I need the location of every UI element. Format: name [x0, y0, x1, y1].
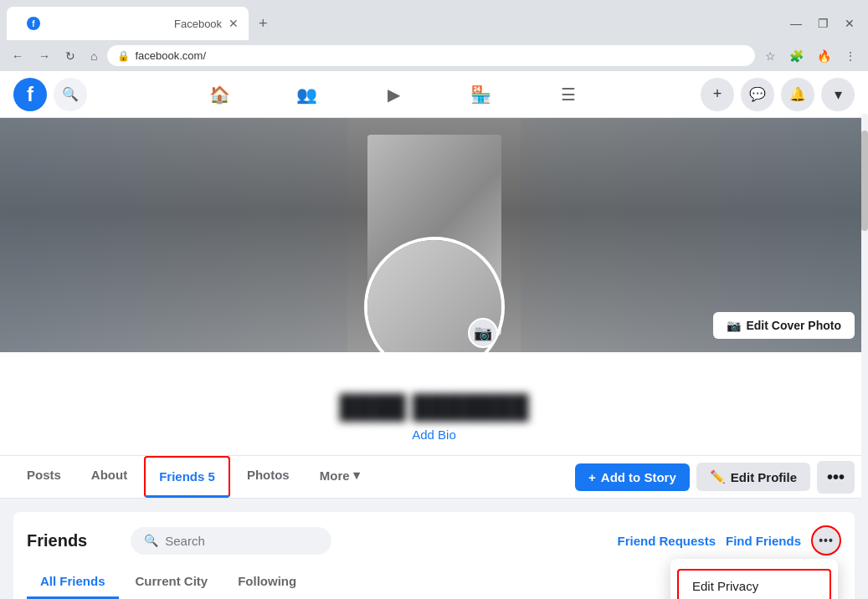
add-to-story-button[interactable]: + Add to Story	[575, 463, 690, 491]
dropdown-icon: ▾	[835, 85, 842, 104]
profile-name: ████ ███████	[0, 394, 868, 421]
friends-nav-button[interactable]: 👥	[265, 74, 349, 115]
tab-close-button[interactable]: ✕	[229, 17, 239, 30]
back-button[interactable]: ←	[7, 46, 28, 66]
friend-requests-button[interactable]: Friend Requests	[617, 534, 716, 548]
reload-button[interactable]: ↻	[60, 46, 80, 66]
browser-menu-button[interactable]: ⋮	[840, 48, 861, 64]
more-chevron-icon: ▾	[353, 468, 360, 483]
profile-nav-posts[interactable]: Posts	[13, 456, 74, 498]
browser-favicon: f	[17, 12, 167, 35]
cover-photo-section: 📷 📷 Edit Cover Photo	[0, 118, 868, 352]
profile-nav-friends[interactable]: Friends 5	[144, 456, 230, 498]
maximize-button[interactable]: ❐	[811, 12, 835, 35]
account-menu-button[interactable]: ▾	[821, 78, 855, 111]
edit-cover-label: Edit Cover Photo	[746, 319, 841, 332]
friends-tab-all[interactable]: All Friends	[27, 566, 119, 599]
marketplace-icon: 🏪	[470, 84, 491, 105]
browser-tab-title: Facebook	[174, 18, 222, 30]
new-tab-button[interactable]: +	[252, 12, 275, 36]
marketplace-nav-button[interactable]: 🏪	[439, 74, 523, 115]
profile-info-section: ████ ███████ Add Bio	[0, 352, 868, 456]
home-button[interactable]: ⌂	[85, 46, 102, 66]
friends-dropdown-popup: Edit Privacy	[670, 559, 838, 599]
friends-icon: 👥	[296, 84, 317, 105]
home-nav-button[interactable]: 🏠	[178, 74, 262, 115]
messenger-icon: 💬	[749, 86, 766, 102]
forward-button[interactable]: →	[33, 46, 55, 66]
profile-nav-about[interactable]: About	[78, 456, 141, 498]
ellipsis-icon: •••	[819, 534, 834, 547]
create-button[interactable]: +	[701, 78, 734, 111]
menu-nav-button[interactable]: ☰	[526, 74, 610, 115]
friends-search-input[interactable]	[165, 534, 318, 548]
profile-nav-more[interactable]: More ▾	[306, 456, 373, 498]
plus-story-icon: +	[588, 470, 596, 484]
friends-tab-current-city[interactable]: Current City	[122, 566, 222, 599]
pencil-icon: ✏️	[710, 469, 726, 484]
bell-icon: 🔔	[789, 86, 806, 102]
edit-cover-photo-button[interactable]: 📷 Edit Cover Photo	[713, 312, 855, 339]
find-friends-button[interactable]: Find Friends	[726, 534, 801, 548]
profile-navigation: Posts About Friends 5 Photos More ▾ + Ad…	[0, 456, 868, 499]
home-icon: 🏠	[209, 84, 230, 105]
address-bar[interactable]: 🔒 facebook.com/	[107, 45, 755, 66]
camera-icon: 📷	[474, 324, 492, 342]
watch-icon: ▶	[388, 84, 400, 105]
edit-profile-label: Edit Profile	[731, 470, 797, 484]
friends-section-title: Friends	[27, 531, 87, 550]
minimize-button[interactable]: —	[784, 12, 808, 35]
friends-search-box[interactable]: 🔍	[131, 527, 331, 555]
avatar-camera-button[interactable]: 📷	[468, 318, 498, 348]
plus-icon: +	[713, 85, 722, 103]
friends-actions: Friend Requests Find Friends •••	[617, 525, 841, 555]
friends-more-button[interactable]: •••	[811, 525, 841, 555]
bookmark-button[interactable]: ☆	[760, 48, 781, 64]
scrollbar-thumb[interactable]	[861, 131, 868, 231]
friends-header: Friends 🔍 Friend Requests Find Friends •…	[27, 525, 841, 555]
menu-icon: ☰	[561, 84, 576, 105]
edit-profile-button[interactable]: ✏️ Edit Profile	[696, 463, 810, 491]
profile-content-area: Friends 🔍 Friend Requests Find Friends •…	[0, 499, 868, 599]
url-text: facebook.com/	[135, 49, 745, 62]
profile-button[interactable]: 🔥	[812, 48, 836, 64]
messenger-button[interactable]: 💬	[741, 78, 774, 111]
search-icon: 🔍	[62, 86, 79, 102]
friends-tab-following[interactable]: Following	[224, 566, 310, 599]
profile-more-button[interactable]: •••	[817, 461, 855, 494]
watch-nav-button[interactable]: ▶	[352, 74, 436, 115]
extensions-button[interactable]: 🧩	[784, 48, 809, 64]
add-to-story-label: Add to Story	[601, 470, 676, 484]
friends-section: Friends 🔍 Friend Requests Find Friends •…	[13, 512, 855, 599]
facebook-logo[interactable]: f	[13, 78, 47, 111]
notifications-button[interactable]: 🔔	[781, 78, 814, 111]
edit-privacy-button[interactable]: Edit Privacy	[677, 569, 831, 599]
camera-edit-icon: 📷	[727, 319, 741, 332]
lock-icon: 🔒	[117, 50, 130, 62]
profile-nav-photos[interactable]: Photos	[234, 456, 303, 498]
scrollbar[interactable]	[861, 114, 868, 599]
friends-search-icon: 🔍	[144, 534, 158, 547]
search-button[interactable]: 🔍	[54, 78, 87, 111]
profile-avatar-wrapper: 📷	[364, 237, 505, 352]
add-bio-button[interactable]: Add Bio	[405, 424, 463, 445]
close-button[interactable]: ✕	[838, 12, 861, 35]
